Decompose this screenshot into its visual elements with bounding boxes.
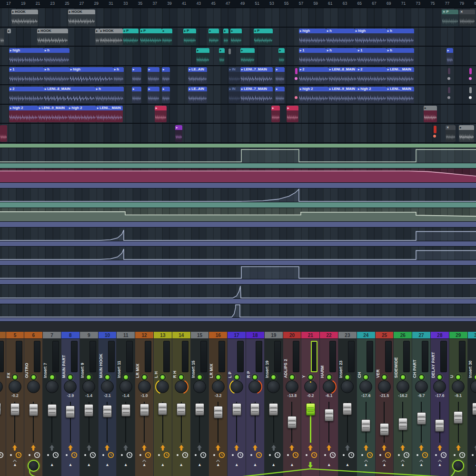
mixer-channel-strip[interactable]: Insert 11-1.4▲ — [117, 339, 135, 476]
audio-clip-header[interactable]: ▸h — [44, 48, 69, 53]
audio-clip-header[interactable]: ▸ — [271, 106, 280, 110]
audio-clip-header[interactable]: ▸1 — [357, 48, 387, 53]
audio-clip-header[interactable]: ▸ — [155, 106, 167, 110]
audio-clip[interactable]: ▸LENI..8_MAIN — [328, 67, 357, 84]
audio-clip-header[interactable]: ▸ — [223, 29, 228, 33]
audio-clip[interactable]: ▸ — [132, 87, 141, 103]
audio-clip[interactable]: ▸ — [148, 87, 159, 103]
automation-clip[interactable] — [0, 169, 476, 183]
automation-clip[interactable] — [0, 222, 476, 228]
fader-handle[interactable] — [103, 405, 112, 417]
fader-handle[interactable] — [472, 403, 476, 415]
send-arrow-icon[interactable] — [456, 445, 461, 451]
mute-led[interactable] — [307, 374, 314, 380]
fader-track[interactable] — [328, 402, 329, 443]
fader-handle[interactable] — [435, 419, 444, 432]
fader-handle[interactable] — [288, 416, 297, 428]
audio-clip-header[interactable]: ▸high 2 — [357, 87, 387, 91]
mixer-channel-number[interactable]: 8 — [61, 332, 79, 339]
audio-clip[interactable]: ▸LENI..7_MAIN — [240, 87, 273, 103]
audio-clip[interactable]: ▸high 2 — [357, 87, 387, 103]
audio-clip[interactable] — [0, 29, 4, 45]
route-arrow-icon[interactable]: ▲ — [412, 462, 430, 467]
route-arrow-icon[interactable]: ▲ — [246, 462, 264, 467]
mixer-channel-number[interactable]: 23 — [338, 332, 357, 339]
audio-clip[interactable]: ▸P — [183, 29, 196, 45]
audio-clip[interactable] — [0, 125, 7, 142]
audio-clip[interactable]: ▸ — [175, 125, 182, 142]
pan-knob[interactable] — [267, 380, 280, 393]
pan-knob[interactable] — [433, 380, 446, 393]
fader-handle[interactable] — [195, 403, 204, 416]
pattern-marker-pill[interactable] — [448, 68, 450, 74]
send-arrow-icon[interactable] — [345, 445, 350, 451]
audio-clip[interactable]: ▸ — [278, 48, 285, 65]
pan-knob[interactable] — [9, 380, 21, 393]
route-arrow-icon[interactable]: ▲ — [265, 462, 283, 467]
pan-knob[interactable] — [323, 380, 336, 393]
mute-led[interactable] — [30, 374, 37, 380]
mixer-channel-number[interactable]: 9 — [80, 332, 98, 339]
fader-handle[interactable] — [177, 403, 186, 416]
audio-clip-header[interactable]: ▸high — [69, 67, 113, 72]
audio-clip-header[interactable]: ▸high 2 — [68, 106, 96, 110]
audio-clip-header[interactable]: ▸1 — [9, 67, 44, 72]
route-arrow-icon[interactable]: ▲ — [172, 462, 190, 467]
mixer-channel-strip[interactable]: Y-0.2 — [301, 339, 319, 476]
send-knob[interactable] — [452, 460, 464, 472]
audio-clip-header[interactable]: ▸ — [196, 48, 209, 53]
audio-clip[interactable]: ▸ — [196, 48, 209, 65]
audio-clip[interactable]: ▸ — [459, 125, 474, 142]
audio-clip-header[interactable]: ▸ — [275, 67, 285, 72]
fader-handle[interactable] — [250, 403, 259, 416]
pattern-marker-pill[interactable] — [469, 68, 472, 74]
audio-clip-header[interactable]: ▸ — [278, 48, 285, 53]
audio-clip[interactable]: ▸LE..AIN — [188, 87, 207, 103]
automation-clip[interactable] — [0, 266, 476, 279]
pan-knob[interactable] — [138, 380, 151, 393]
automation-clip[interactable] — [0, 318, 476, 322]
pan-knob[interactable] — [175, 380, 188, 393]
audio-clip[interactable]: ▸ — [208, 29, 219, 45]
mixer-channel-strip[interactable]: Insert 30▲ — [468, 339, 476, 476]
mixer-channel-strip[interactable]: L H▲ — [154, 339, 172, 476]
audio-clip-header[interactable]: ▸LENI..8_MAIN — [44, 87, 95, 91]
mixer-channel-strip[interactable]: MAIN HOOK-2.1▲ — [99, 339, 117, 476]
audio-clip[interactable]: ▸2 — [357, 67, 387, 84]
audio-clip[interactable]: ▸h — [44, 67, 69, 84]
audio-clip-header[interactable]: ▸ — [240, 48, 255, 53]
audio-clip[interactable]: ▸LENI.._MAIN — [387, 67, 414, 84]
audio-clip[interactable]: ▸LENI.._MAIN — [387, 87, 414, 103]
audio-clip[interactable]: ▸high 2 — [68, 106, 96, 122]
audio-clip-header[interactable]: ▸2 — [357, 67, 387, 72]
route-arrow-icon[interactable]: ▲ — [283, 462, 301, 467]
mixer-channel-strip[interactable]: CH PART-9.7▲ — [412, 339, 430, 476]
mute-led[interactable] — [436, 374, 443, 380]
route-arrow-icon[interactable]: ▲ — [6, 462, 24, 467]
mute-led[interactable] — [197, 374, 203, 380]
send-arrow-icon[interactable] — [418, 445, 424, 451]
pan-knob[interactable] — [0, 380, 3, 393]
pan-knob[interactable] — [397, 380, 409, 393]
mute-led[interactable] — [215, 374, 221, 380]
pattern-marker-pill[interactable] — [295, 68, 298, 74]
send-arrow-icon[interactable] — [474, 445, 476, 451]
audio-clip-header[interactable]: ▸LENI..9_MAIN — [38, 106, 68, 110]
audio-clip-header[interactable]: ▸high — [9, 48, 44, 53]
audio-clip-header[interactable]: ▸LENI.._MAIN — [387, 67, 414, 72]
audio-clip-header[interactable]: ▸LE..AIN — [188, 67, 207, 72]
audio-clip-header[interactable]: ▸ — [424, 106, 437, 110]
send-arrow-icon[interactable] — [30, 445, 36, 451]
pattern-marker-pill[interactable] — [448, 87, 450, 93]
audio-clip-header[interactable]: ▸high 2 — [299, 87, 328, 91]
automation-clip[interactable] — [0, 241, 476, 247]
playlist-area[interactable]: ▸HOOK▸HOOK✕P✕▸▸HOOK▸▸HOOK▸P▸P▸▸P▸▸▸▸P▸hi… — [0, 8, 476, 322]
pan-knob[interactable] — [119, 380, 132, 393]
audio-clip-header[interactable]: ▸h — [44, 67, 69, 72]
automation-clip[interactable] — [0, 208, 476, 222]
fader-handle[interactable] — [454, 411, 463, 424]
audio-clip[interactable]: ▸P — [254, 29, 273, 45]
audio-clip-header[interactable]: ▸P — [183, 29, 196, 33]
audio-clip[interactable]: ✕ — [459, 10, 475, 26]
audio-clip-header[interactable]: ▸ — [162, 87, 170, 91]
